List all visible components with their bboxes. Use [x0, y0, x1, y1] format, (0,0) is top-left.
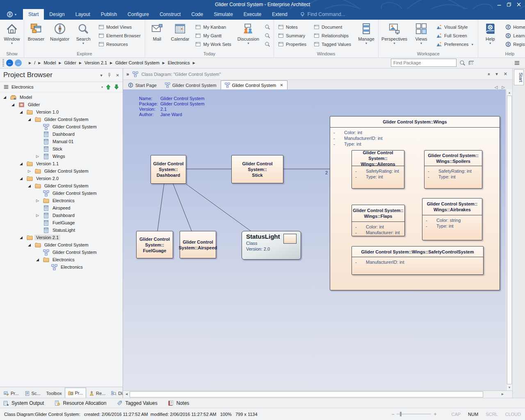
ribbon-tab-layout[interactable]: Layout: [70, 9, 96, 20]
browser-button[interactable]: Browser: [25, 21, 48, 51]
scroll-down-icon[interactable]: ▼: [507, 384, 512, 390]
breadcrumb-item-glider-control-system[interactable]: Glider Control System: [115, 60, 160, 65]
ribbon-tab-execute[interactable]: Execute: [238, 9, 267, 20]
tree-item-glider-control-system[interactable]: ◢Glider Control System: [0, 241, 123, 249]
breadcrumb-item-item[interactable]: /: [34, 60, 35, 65]
mail-button[interactable]: Mail: [146, 21, 169, 51]
tree-item-wings[interactable]: ▷Wings: [0, 153, 123, 160]
context-dropdown-icon[interactable]: ▾: [101, 85, 103, 89]
panel-close-icon[interactable]: ✕: [116, 73, 119, 78]
class-dashboard[interactable]: Glider ControlSystem::Dashboard: [151, 155, 186, 184]
tree-item-fuelguage[interactable]: FuelGuage: [0, 219, 123, 226]
menu-icon[interactable]: [514, 60, 520, 66]
class-fuelguage[interactable]: Glider ControlSystem::FuelGuage: [136, 231, 173, 258]
tree-item-glider-control-system[interactable]: Glider Control System: [0, 189, 123, 197]
panel-tab-pr[interactable]: Pr...: [1, 389, 22, 398]
ribbon-tab-design[interactable]: Design: [44, 9, 70, 20]
class-ailerons[interactable]: Glider Control System::Wings::Ailerons-S…: [352, 150, 404, 189]
breadcrumb-item-glider[interactable]: Glider: [64, 60, 76, 65]
class-airspeed[interactable]: Glider ControlSystem::Airspeed: [180, 231, 216, 258]
tree-item-glider-control-system[interactable]: Glider Control System: [0, 249, 123, 256]
tree-expand-icon[interactable]: ◢: [20, 110, 27, 114]
ribbon-tab-simulate[interactable]: Simulate: [208, 9, 238, 20]
tree-expand-icon[interactable]: ▷: [36, 213, 43, 217]
manage-button[interactable]: Manage▼: [355, 21, 378, 51]
vertical-scrollbar[interactable]: ▲ ▼: [506, 89, 512, 390]
properties-button[interactable]: Properties: [275, 40, 309, 48]
class-flaps[interactable]: Glider Control System::Wings::Flaps-Colo…: [352, 205, 405, 236]
caption-close-icon[interactable]: ✕: [504, 71, 507, 77]
discussion-button[interactable]: Discussion▼: [235, 21, 262, 51]
relationships-button[interactable]: Relationships: [311, 32, 354, 40]
summary-button[interactable]: Summary: [275, 32, 309, 40]
dock-tab-notes[interactable]: Notes: [168, 400, 189, 406]
my-kanban-button[interactable]: My Kanban: [192, 23, 234, 31]
tree-item-version-2-0[interactable]: ◢Version 2.0: [0, 175, 123, 182]
window-button[interactable]: Window▼: [0, 21, 23, 51]
navigate-back-button[interactable]: ←: [6, 59, 13, 66]
model-views-button[interactable]: Model Views: [96, 23, 144, 31]
tab-scroll-left-icon[interactable]: ◁: [495, 85, 498, 89]
ribbon-tab-construct[interactable]: Construct: [154, 9, 186, 20]
class-safetycontrolsystem[interactable]: Glider Control System::Wings::SafetyCont…: [352, 246, 484, 275]
panel-tab-pr[interactable]: Pr...: [65, 388, 87, 398]
tree-item-electronics[interactable]: ▷Electronics: [0, 197, 123, 204]
tree-expand-icon[interactable]: ◢: [28, 243, 35, 247]
search-button[interactable]: [262, 23, 272, 31]
tree-item-manual-01[interactable]: Manual 01: [0, 138, 123, 145]
tree-item-stick[interactable]: Stick: [0, 145, 123, 153]
tagged-values-button[interactable]: Tagged Values: [311, 40, 354, 48]
learn-button[interactable]: Learn: [502, 32, 525, 40]
tree-item-glider-control-system[interactable]: ◢Glider Control System: [0, 182, 123, 189]
diagram-tab-glider-control-system[interactable]: Glider Control System✕: [221, 80, 288, 89]
class-spoilers[interactable]: Glider Control System::Wings::Spoilers-S…: [424, 150, 482, 189]
tree-item-model[interactable]: ◢Model: [0, 94, 123, 101]
ribbon-tab-configure[interactable]: Configure: [122, 9, 154, 20]
search-button[interactable]: Search▼: [72, 21, 95, 51]
zoom-slider-thumb[interactable]: [400, 412, 402, 416]
document-button[interactable]: Document: [311, 23, 354, 31]
tree-item-version-2-1[interactable]: ◢Version 2.1: [0, 234, 123, 241]
search-button[interactable]: [262, 40, 272, 48]
diagram-canvas[interactable]: 2Name:Glider Control SystemPackage:Glide…: [123, 89, 506, 390]
move-up-icon[interactable]: [105, 84, 111, 90]
tree-item-glider[interactable]: ◢Glider: [0, 101, 123, 108]
tree-item-version-1-1[interactable]: ◢Version 1.1: [0, 160, 123, 167]
register-button[interactable]: Register: [502, 40, 525, 48]
breadcrumb-item-electronics[interactable]: Electronics: [168, 60, 190, 65]
object-statuslight[interactable]: StatusLightClassVersion: 2.0: [242, 231, 301, 260]
minimize-button[interactable]: [495, 1, 504, 8]
panel-expand-icon[interactable]: »: [126, 71, 129, 77]
views-button[interactable]: Views▼: [410, 21, 433, 51]
zoom-slider[interactable]: [397, 412, 431, 416]
tree-expand-icon[interactable]: ◢: [36, 258, 43, 262]
perspectives-button[interactable]: Perspectives▼: [379, 21, 410, 51]
scroll-right-icon[interactable]: ▶: [500, 391, 506, 397]
preferences-button[interactable]: Preferences▼: [434, 40, 477, 48]
tree-expand-icon[interactable]: ◢: [20, 176, 27, 180]
scroll-left-icon[interactable]: ◀: [123, 391, 130, 397]
find-command-box[interactable]: Find Command...: [299, 9, 345, 20]
ribbon-tab-code[interactable]: Code: [186, 9, 208, 20]
breadcrumb-item-version-2-1[interactable]: Version 2.1: [84, 60, 107, 65]
calendar-button[interactable]: Calendar: [169, 21, 192, 51]
breadcrumb-item-model[interactable]: Model: [43, 60, 56, 65]
tree-item-dashboard[interactable]: Dashboard: [0, 130, 123, 138]
navigator-button[interactable]: Navigator: [48, 21, 72, 51]
tree-item-electronics[interactable]: ◢Electronics: [0, 256, 123, 263]
app-menu-button[interactable]: ▾: [0, 9, 23, 20]
hamburger-menu-icon[interactable]: [3, 84, 9, 90]
close-button[interactable]: [514, 1, 523, 8]
tree-expand-icon[interactable]: ◢: [20, 235, 27, 240]
tree-expand-icon[interactable]: ◢: [28, 117, 35, 121]
ribbon-tab-extend[interactable]: Extend: [267, 9, 292, 20]
caption-dropdown-icon[interactable]: ▾: [495, 71, 498, 77]
tree-item-statuslight[interactable]: StatusLight: [0, 226, 123, 234]
search-button[interactable]: [262, 32, 272, 40]
tree-expand-icon[interactable]: ◢: [3, 95, 10, 99]
vertical-scroll-thumb[interactable]: [507, 96, 512, 384]
my-gantt-button[interactable]: My Gantt: [192, 32, 234, 40]
tree-item-dashboard[interactable]: ▷Dashboard: [0, 212, 123, 219]
notes-button[interactable]: Notes: [275, 23, 309, 31]
find-package-input[interactable]: [391, 59, 457, 67]
